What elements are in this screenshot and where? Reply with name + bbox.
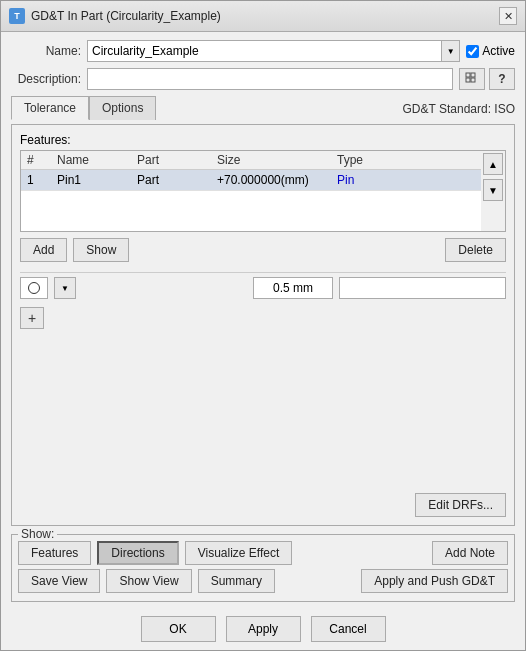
apply-push-button[interactable]: Apply and Push GD&T bbox=[361, 569, 508, 593]
cell-part: Part bbox=[131, 170, 211, 190]
visualize-effect-button[interactable]: Visualize Effect bbox=[185, 541, 293, 565]
tab-options[interactable]: Options bbox=[89, 96, 156, 120]
description-icon-buttons: ? bbox=[459, 68, 515, 90]
help-icon-button[interactable]: ? bbox=[489, 68, 515, 90]
cell-type: Pin bbox=[331, 170, 411, 190]
show-group-label: Show: bbox=[18, 527, 57, 541]
tab-tolerance[interactable]: Tolerance bbox=[11, 96, 89, 120]
delete-button[interactable]: Delete bbox=[445, 238, 506, 262]
divider bbox=[20, 272, 506, 273]
cell-num: 1 bbox=[21, 170, 51, 190]
tolerance-type-dropdown[interactable]: ▼ bbox=[54, 277, 76, 299]
features-table-inner: # Name Part Size Type 1 Pin1 Part +70.00… bbox=[21, 151, 481, 231]
content-spacer bbox=[20, 329, 506, 489]
active-checkbox[interactable] bbox=[466, 45, 479, 58]
cancel-button[interactable]: Cancel bbox=[311, 616, 386, 642]
edit-drfs-area: Edit DRFs... bbox=[20, 489, 506, 517]
add-button[interactable]: Add bbox=[20, 238, 67, 262]
tol-extra-field[interactable] bbox=[339, 277, 506, 299]
active-label: Active bbox=[482, 44, 515, 58]
col-name: Name bbox=[51, 151, 131, 169]
show-row-1: Features Directions Visualize Effect Add… bbox=[18, 541, 508, 565]
tolerance-row: ▼ 0.5 mm bbox=[20, 277, 506, 299]
col-size: Size bbox=[211, 151, 331, 169]
show-view-button[interactable]: Show View bbox=[106, 569, 191, 593]
apply-button[interactable]: Apply bbox=[226, 616, 301, 642]
name-label: Name: bbox=[11, 44, 81, 58]
save-view-button[interactable]: Save View bbox=[18, 569, 100, 593]
name-row: Name: ▼ Active bbox=[11, 40, 515, 62]
svg-rect-0 bbox=[466, 73, 470, 77]
features-header: # Name Part Size Type bbox=[21, 151, 481, 170]
grid-icon-button[interactable] bbox=[459, 68, 485, 90]
table-scroll-buttons: ▲ ▼ bbox=[481, 151, 505, 231]
tolerance-value[interactable]: 0.5 mm bbox=[253, 277, 333, 299]
cell-name: Pin1 bbox=[51, 170, 131, 190]
main-content: Name: ▼ Active Description: bbox=[1, 32, 525, 610]
show-group: Show: Features Directions Visualize Effe… bbox=[11, 534, 515, 602]
table-row[interactable]: 1 Pin1 Part +70.000000(mm) Pin bbox=[21, 170, 481, 191]
main-window: T GD&T In Part (Circularity_Example) ✕ N… bbox=[0, 0, 526, 651]
summary-button[interactable]: Summary bbox=[198, 569, 275, 593]
scroll-up-button[interactable]: ▲ bbox=[483, 153, 503, 175]
col-type: Type bbox=[331, 151, 411, 169]
description-input[interactable] bbox=[87, 68, 453, 90]
features-show-button[interactable]: Features bbox=[18, 541, 91, 565]
show-row-2: Save View Show View Summary Apply and Pu… bbox=[18, 569, 508, 593]
gdt-standard: GD&T Standard: ISO bbox=[403, 102, 516, 120]
col-part: Part bbox=[131, 151, 211, 169]
title-bar: T GD&T In Part (Circularity_Example) ✕ bbox=[1, 1, 525, 32]
svg-rect-3 bbox=[471, 78, 475, 82]
window-title: GD&T In Part (Circularity_Example) bbox=[31, 9, 221, 23]
circularity-symbol bbox=[20, 277, 48, 299]
active-checkbox-label: Active bbox=[466, 44, 515, 58]
edit-drfs-button[interactable]: Edit DRFs... bbox=[415, 493, 506, 517]
svg-rect-2 bbox=[466, 78, 470, 82]
name-dropdown-arrow[interactable]: ▼ bbox=[442, 40, 460, 62]
bottom-buttons: OK Apply Cancel bbox=[1, 610, 525, 650]
name-input[interactable] bbox=[87, 40, 442, 62]
tab-content: Features: # Name Part Size Type 1 Pin1 P… bbox=[11, 124, 515, 526]
tabs-row: Tolerance Options GD&T Standard: ISO bbox=[11, 96, 515, 120]
svg-rect-1 bbox=[471, 73, 475, 77]
plus-row: + bbox=[20, 307, 506, 329]
close-button[interactable]: ✕ bbox=[499, 7, 517, 25]
add-note-button[interactable]: Add Note bbox=[432, 541, 508, 565]
cell-size: +70.000000(mm) bbox=[211, 170, 331, 190]
circle-inner bbox=[28, 282, 40, 294]
features-table-wrapper: # Name Part Size Type 1 Pin1 Part +70.00… bbox=[20, 150, 506, 232]
features-buttons-row: Add Show Delete bbox=[20, 238, 506, 262]
add-tolerance-button[interactable]: + bbox=[20, 307, 44, 329]
ok-button[interactable]: OK bbox=[141, 616, 216, 642]
tab-bar: Tolerance Options bbox=[11, 96, 156, 120]
directions-button[interactable]: Directions bbox=[97, 541, 178, 565]
description-label: Description: bbox=[11, 72, 81, 86]
window-icon: T bbox=[9, 8, 25, 24]
show-feature-button[interactable]: Show bbox=[73, 238, 129, 262]
features-label: Features: bbox=[20, 133, 506, 147]
scroll-down-button[interactable]: ▼ bbox=[483, 179, 503, 201]
description-row: Description: ? bbox=[11, 68, 515, 90]
table-empty-area bbox=[21, 191, 481, 231]
col-hash: # bbox=[21, 151, 51, 169]
